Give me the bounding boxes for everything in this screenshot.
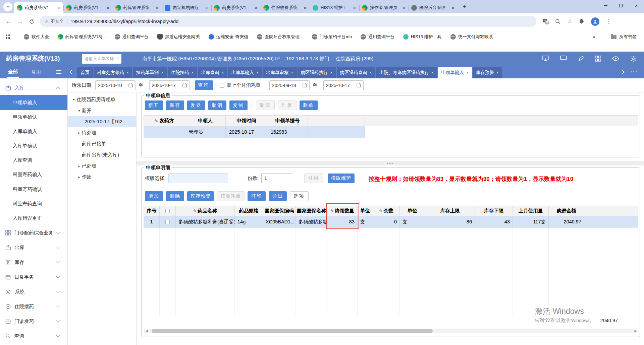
close-tab-icon[interactable]: × xyxy=(254,5,258,11)
screen-share-icon[interactable] xyxy=(542,56,549,62)
pen-icon[interactable] xyxy=(578,56,584,62)
forward-icon[interactable]: → xyxy=(17,18,23,25)
tree-node-processed[interactable]: ▸已处理 xyxy=(68,160,136,171)
page-tab[interactable]: 摆药单重制× xyxy=(133,67,167,78)
sidebar-item[interactable]: 申领单确认 xyxy=(0,110,67,124)
all-bookmarks-button[interactable]: 所有书签 xyxy=(604,34,637,40)
sidebar-item[interactable]: 入库单输入 xyxy=(0,124,67,139)
security-chip[interactable]: ⚠不安全 xyxy=(45,18,64,24)
maximize-button[interactable] xyxy=(613,0,629,11)
copies-input[interactable]: 1 xyxy=(261,173,292,183)
void-button[interactable]: 作废 xyxy=(278,100,297,110)
sidebar-item[interactable]: 入库查询 xyxy=(0,153,67,167)
calendar-icon[interactable] xyxy=(303,83,307,87)
close-icon[interactable]: × xyxy=(161,70,164,75)
sidebar-item[interactable]: 科室寄药确认 xyxy=(0,182,67,197)
sidebar-item[interactable]: 入库单确认 xyxy=(0,139,67,153)
nav-all[interactable]: 全部 xyxy=(5,66,20,78)
page-tab[interactable]: 住院摆药× xyxy=(168,67,197,78)
bookmark-item[interactable]: 软件大全 xyxy=(24,34,49,40)
scroll-tabs-right-icon[interactable] xyxy=(620,70,625,74)
caret-right-icon[interactable]: ▸ xyxy=(76,164,82,168)
sidebar-group-inventory[interactable]: 库存 xyxy=(0,255,67,270)
bookmark-item[interactable]: 统一支付与对账系... xyxy=(450,34,497,40)
eye-icon[interactable] xyxy=(612,56,619,61)
caret-right-icon[interactable]: ▸ xyxy=(76,131,82,135)
address-bar[interactable]: ⚠不安全 199.9.129.29:8000/his-yf/app/#/stoc… xyxy=(40,16,536,27)
scroll-left-icon[interactable]: ◀ xyxy=(144,329,149,333)
sidebar-group-outpatient-dispense[interactable]: 门诊配药综合业务 xyxy=(0,225,67,240)
caret-down-icon[interactable]: ▾ xyxy=(71,98,76,101)
page-tab[interactable]: 库存预警× xyxy=(473,67,502,78)
row-checkbox[interactable] xyxy=(165,220,170,224)
profile-avatar[interactable] xyxy=(591,17,599,26)
page-tab[interactable]: 出库单输入× xyxy=(228,67,262,78)
nav-common[interactable]: 常用 xyxy=(31,69,41,75)
close-icon[interactable]: × xyxy=(192,70,194,75)
page-tab[interactable]: 出院、毒麻病区退药执行× xyxy=(376,67,437,78)
page-tab-active[interactable]: 申领单输入× xyxy=(438,67,472,78)
template-select-input[interactable] xyxy=(168,173,228,183)
sidebar-item[interactable]: 科室寄药输入 xyxy=(0,167,67,182)
detail-row[interactable]: 1 多磺酸粘多糖乳膏(喜辽妥) 14g XC05BAD1... 多磺酸粘多糖 8… xyxy=(144,216,638,228)
sidebar-group-query[interactable]: 查询 xyxy=(0,329,67,343)
close-tab-icon[interactable]: × xyxy=(401,5,406,11)
bookmark-item[interactable]: HIS13 维护工具 xyxy=(403,34,442,40)
monitor-icon[interactable] xyxy=(560,56,567,62)
copy-button[interactable]: 复制 xyxy=(229,100,248,110)
delete-row-button[interactable]: 删除 xyxy=(166,191,184,201)
save-button[interactable]: 保存 xyxy=(166,100,184,110)
scrollbar-thumb[interactable] xyxy=(152,329,433,333)
menu-search-input[interactable]: 请输入菜单名称 xyxy=(82,54,121,64)
bookmark-item[interactable]: 药库管理系统(V13)... xyxy=(58,34,106,40)
quote-button[interactable]: 引用 xyxy=(304,174,323,183)
query-button[interactable]: 查询 xyxy=(195,80,213,90)
sidebar-group-inpatient-dispense[interactable]: 住院摆药 xyxy=(0,299,67,314)
browser-tab[interactable]: 医院后台管理× xyxy=(409,2,458,13)
close-tab-icon[interactable]: × xyxy=(303,5,307,11)
back-icon[interactable]: ← xyxy=(5,18,12,25)
bookmark-item[interactable]: 通用查询平台 xyxy=(361,34,394,40)
cell-remainder[interactable]: 0 xyxy=(373,216,400,228)
calendar-icon[interactable] xyxy=(128,83,133,87)
extensions-icon[interactable] xyxy=(579,19,585,24)
stock-warning-button[interactable]: 库存预警 xyxy=(187,191,214,201)
export-button[interactable]: 导出 xyxy=(269,191,287,201)
close-icon[interactable]: × xyxy=(431,70,434,75)
add-row-button[interactable]: 增加 xyxy=(145,191,163,201)
page-tab[interactable]: 出库查询× xyxy=(198,67,227,78)
close-icon[interactable]: × xyxy=(466,70,469,75)
browser-tab[interactable]: 药房系统(V1× xyxy=(211,2,261,13)
cancel-button[interactable]: 取消 xyxy=(208,100,226,110)
sidebar-group-stock-in[interactable]: 入库 xyxy=(0,80,67,95)
bookmarks-overflow-icon[interactable]: » xyxy=(592,34,596,40)
more-tabs-icon[interactable]: ··· xyxy=(631,69,638,75)
bookmark-item[interactable]: 运维安全-奇安信 xyxy=(209,34,248,40)
close-icon[interactable]: × xyxy=(126,70,129,75)
browser-tab[interactable]: 操作者:管理员× xyxy=(359,2,409,13)
bookmark-item[interactable]: 通用查询平台 xyxy=(115,34,149,40)
page-tab[interactable]: 出库单审核× xyxy=(263,67,297,78)
close-tab-icon[interactable]: × xyxy=(204,5,209,11)
tree-node-root[interactable]: ▾住院西药房请领单 xyxy=(68,94,136,105)
reload-icon[interactable] xyxy=(29,19,35,24)
bookmark-star-icon[interactable]: ☆ xyxy=(567,18,573,25)
sidebar-group-stock-out[interactable]: 出库 xyxy=(0,240,67,255)
page-tab[interactable]: 首页 xyxy=(77,67,93,78)
browser-tab[interactable]: 住院收费系统× xyxy=(261,2,310,13)
tab-search-button[interactable] xyxy=(3,2,12,11)
tree-node-voided[interactable]: ▸作废 xyxy=(68,171,136,183)
calendar-icon[interactable] xyxy=(357,83,361,87)
options-button[interactable]: 选项 xyxy=(290,191,309,201)
date-from-input[interactable]: 2025-10-10 xyxy=(95,80,136,90)
close-tab-icon[interactable]: × xyxy=(352,5,357,11)
minimize-button[interactable] xyxy=(598,0,613,11)
browser-tab[interactable]: 药库管理系统× xyxy=(113,2,162,13)
calendar-icon[interactable] xyxy=(182,83,187,87)
read-consumption-button[interactable]: 读取耗量 xyxy=(217,191,245,201)
tree-node-accepted[interactable]: 药库已接单 xyxy=(68,138,136,149)
consume-from-input[interactable]: 2025-09-18 xyxy=(269,80,310,90)
sidebar-item[interactable]: 入库错误更正 xyxy=(0,211,67,225)
tree-node-pending[interactable]: ▸待处理 xyxy=(68,127,136,138)
caret-down-icon[interactable]: ▾ xyxy=(76,109,82,113)
